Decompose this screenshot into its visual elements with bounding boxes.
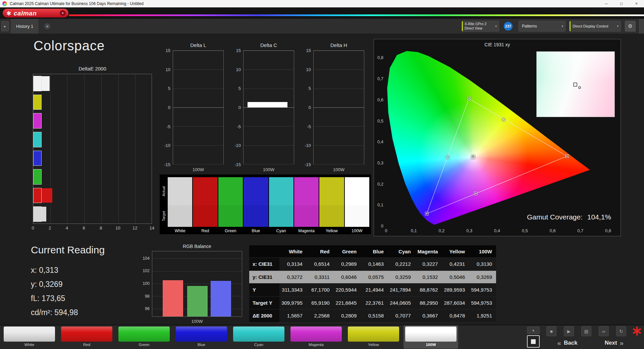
pattern-window-button[interactable]: [527, 335, 540, 348]
meter-badge[interactable]: 237: [504, 22, 513, 31]
axis-tick-label: 15: [236, 48, 241, 53]
measurement-point-marker: [425, 212, 429, 215]
meter-name: X-Rite i1Pro 2: [465, 22, 486, 26]
table-header-cell: Yellow: [442, 245, 469, 258]
settings-gear-button[interactable]: ⚙: [625, 21, 636, 32]
table-cell: 0,3311: [307, 271, 334, 284]
table-cell: 0,3259: [388, 271, 415, 284]
deltaH-chart-title: Delta H: [313, 42, 364, 49]
maximize-button[interactable]: □: [614, 0, 629, 7]
right-panel-handle[interactable]: [639, 19, 644, 34]
display-control-accent: [570, 21, 571, 31]
measurement-point-marker: [467, 97, 471, 100]
app-icon: ∗: [2, 1, 7, 6]
swatch-column: Magenta: [294, 177, 319, 233]
pattern-swatch-green[interactable]: Green: [117, 325, 171, 349]
measurement-point-marker: [474, 192, 478, 195]
swatch-column: Blue: [244, 177, 268, 233]
deltaH-yaxis: 151050-5-10-15: [298, 50, 311, 164]
deltaE-category-swatch: [33, 151, 42, 166]
collapse-panel-button[interactable]: ▲: [527, 327, 540, 334]
target-swatch: [193, 205, 217, 227]
reading-x: x: 0,313: [31, 263, 105, 277]
table-row-label[interactable]: ΔE 2000: [249, 309, 279, 322]
pattern-swatch-100w[interactable]: 100W: [404, 325, 458, 349]
axis-tick-label: 0: [309, 105, 311, 110]
axis-tick-label: -5: [237, 124, 241, 129]
tab-history-1[interactable]: History 1: [11, 19, 39, 34]
calman-logo[interactable]: ∗ calman ▾: [3, 9, 68, 17]
stop-button[interactable]: ■: [546, 326, 556, 336]
table-cell: 1,9251: [469, 309, 496, 322]
pattern-swatch-color: [61, 327, 112, 342]
pattern-swatch-red[interactable]: Red: [59, 325, 114, 349]
axis-tick-label: 102: [143, 268, 150, 273]
axis-tick-label: -15: [234, 162, 241, 167]
gridline: [173, 164, 223, 164]
swatch-label: Yellow: [319, 229, 344, 233]
deltaE-bar-row: [33, 205, 152, 223]
table-cell: 0,5158: [361, 309, 388, 322]
history-panel-toggle[interactable]: ▸: [1, 21, 9, 31]
axis-tick-label: 5: [309, 86, 311, 91]
actual-swatch: [345, 177, 369, 205]
axis-tick-label: 0: [32, 226, 34, 231]
deltaL-chart-title: Delta L: [173, 42, 224, 49]
pattern-swatch-blue[interactable]: Blue: [174, 325, 229, 349]
gridline: [244, 89, 294, 89]
pattern-swatch-label: Magenta: [289, 343, 343, 347]
display-control-dropdown[interactable]: Direct Display Control ▾: [569, 21, 621, 32]
table-row-label[interactable]: Y: [249, 284, 279, 297]
pattern-swatch-white[interactable]: White: [2, 325, 57, 349]
meter-dropdown[interactable]: X-Rite i1Pro 2 Direct View ▾: [462, 21, 499, 32]
gridline: [244, 107, 294, 108]
deltaE-bar-row: [33, 93, 152, 112]
back-button[interactable]: « Back: [546, 338, 588, 348]
pattern-swatch-color: [290, 327, 342, 342]
save-button[interactable]: ▤: [581, 326, 591, 336]
pattern-swatch-yellow[interactable]: Yellow: [346, 325, 401, 349]
gridline: [152, 271, 242, 271]
gridline: [314, 126, 364, 127]
gamut-coverage: Gamut Coverage: 104,1%: [527, 213, 611, 221]
gridline: [314, 51, 364, 51]
pattern-window-icon: [531, 339, 536, 344]
axis-tick-label: 5: [168, 86, 170, 91]
table-row-label[interactable]: y: CIE31: [249, 271, 279, 284]
table-row-label[interactable]: x: CIE31: [249, 258, 279, 271]
refresh-button[interactable]: ↻: [616, 326, 626, 336]
pattern-swatch-cyan[interactable]: Cyan: [231, 325, 286, 349]
pattern-swatch-color: [348, 327, 399, 342]
table-header-cell: Green: [334, 245, 361, 258]
target-swatch: [244, 205, 268, 227]
pattern-swatch-color: [233, 327, 284, 342]
gridline: [314, 89, 364, 89]
cie-plot: 0,80,70,60,50,40,30,20,10 00,10,20,30,40…: [386, 51, 608, 226]
axis-tick-label: 98: [145, 294, 150, 299]
swatch-column: Yellow: [319, 177, 344, 233]
actual-swatch: [269, 177, 293, 205]
next-button[interactable]: Next »: [592, 338, 636, 348]
gamut-coverage-label: Gamut Coverage:: [527, 213, 583, 221]
swatch-panel-columns: WhiteRedGreenBlueCyanMagentaYellow100W: [168, 177, 369, 233]
axis-tick-label: 0,8: [605, 228, 611, 233]
axis-tick-label: 0,4: [494, 228, 500, 233]
swatch-label: Red: [193, 229, 217, 233]
swatch-label: White: [168, 229, 192, 233]
close-button[interactable]: ×: [629, 0, 644, 7]
deltaE-category-swatch: [33, 132, 42, 147]
deltaC-plot: [243, 50, 294, 164]
play-button[interactable]: ▶: [564, 326, 574, 336]
add-tab-button[interactable]: +: [44, 23, 50, 29]
pattern-swatch-magenta[interactable]: Magenta: [289, 325, 343, 349]
minimize-button[interactable]: ─: [599, 0, 614, 7]
axis-tick-label: -5: [166, 124, 170, 129]
swatch-label: 100W: [345, 229, 369, 233]
patterns-dropdown[interactable]: Patterns ▾: [519, 21, 566, 32]
table-row-label[interactable]: Target Y: [249, 297, 279, 310]
refresh-icon: ↻: [620, 329, 623, 334]
pattern-swatch-label: Yellow: [346, 343, 401, 347]
logo-menu-caret-icon[interactable]: ▾: [60, 10, 66, 16]
table-cell: 0,2212: [388, 258, 415, 271]
link-button[interactable]: ∞: [599, 326, 609, 336]
